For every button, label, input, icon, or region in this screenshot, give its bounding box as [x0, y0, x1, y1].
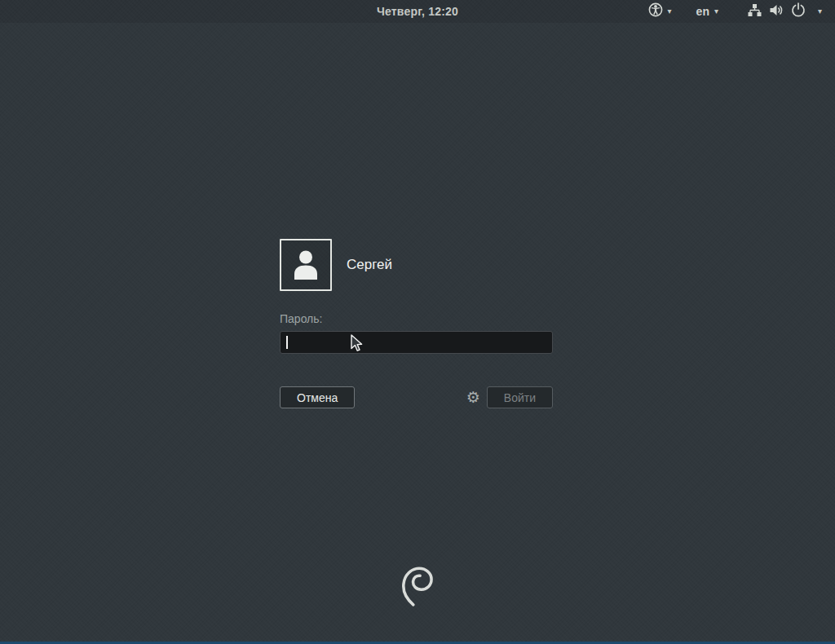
accessibility-icon	[648, 2, 663, 20]
user-avatar	[280, 239, 332, 291]
accessibility-menu[interactable]: ▾	[642, 0, 678, 23]
power-icon	[791, 2, 806, 20]
topbar-right-group: ▾ en ▾	[642, 0, 827, 23]
password-input[interactable]	[280, 331, 553, 354]
volume-icon	[769, 3, 784, 20]
cancel-button[interactable]: Отмена	[280, 386, 355, 408]
chevron-down-icon: ▾	[714, 7, 718, 15]
username: Сергей	[347, 257, 392, 273]
login-panel: Сергей Пароль: Отмена ⚙ Войти	[280, 239, 553, 408]
gdm-login-screen: { "topbar": { "clock": "Четверг, 12:20",…	[0, 0, 835, 644]
button-row: Отмена ⚙ Войти	[280, 386, 553, 408]
password-label: Пароль:	[280, 312, 553, 325]
chevron-down-icon: ▾	[668, 7, 672, 15]
chevron-down-icon: ▾	[818, 7, 822, 15]
language-menu[interactable]: en ▾	[690, 0, 725, 23]
text-caret	[286, 336, 288, 349]
top-bar: Четверг, 12:20 ▾ en ▾	[0, 0, 835, 23]
signin-button[interactable]: Войти	[487, 386, 553, 408]
debian-swirl-logo	[398, 560, 437, 609]
language-label: en	[696, 5, 709, 18]
system-menu[interactable]: ▾	[740, 0, 827, 23]
user-row: Сергей	[280, 239, 553, 291]
mouse-cursor	[351, 334, 364, 355]
password-field-wrap	[280, 331, 553, 354]
session-gear-icon[interactable]: ⚙	[466, 390, 480, 405]
wired-network-icon	[748, 3, 762, 20]
user-avatar-icon	[289, 246, 323, 284]
